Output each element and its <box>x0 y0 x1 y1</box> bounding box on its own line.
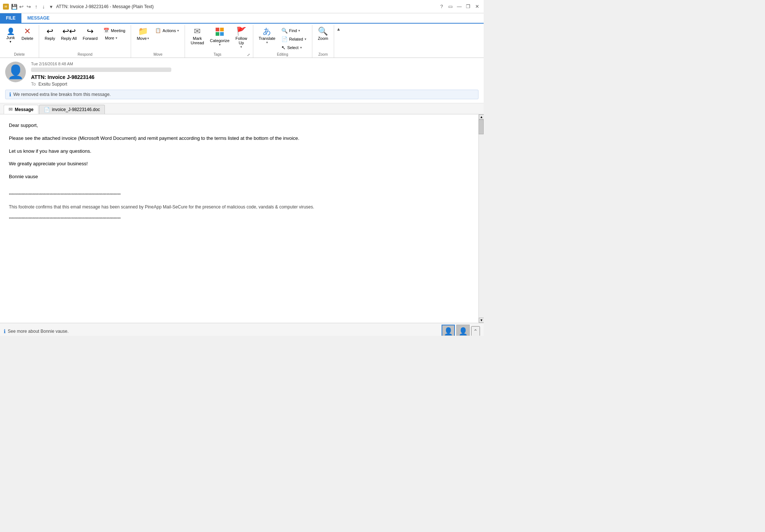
email-footnote: ****************************************… <box>9 192 467 222</box>
zoom-button[interactable]: 🔍 Zoom <box>315 26 331 42</box>
minimize-button[interactable]: — <box>456 3 463 10</box>
find-button[interactable]: 🔍 Find ▾ <box>279 27 309 35</box>
email-para2: Let us know if you have any questions. <box>9 148 467 155</box>
up-button[interactable]: ↑ <box>33 4 39 10</box>
reply-button[interactable]: ↩ Reply <box>42 26 58 42</box>
more-dropdown-icon: ▾ <box>116 36 117 40</box>
forward-icon: ↪ <box>87 27 93 35</box>
actions-dropdown-icon: ▾ <box>177 29 179 32</box>
delete-button[interactable]: ✕ Delete <box>19 26 36 42</box>
undo-button[interactable]: ↩ <box>18 4 24 10</box>
attachment-tab-label: invoice_J-98223146.doc <box>52 107 100 112</box>
footnote-line1: ****************************************… <box>9 192 467 198</box>
delete-icon: ✕ <box>24 27 31 35</box>
mark-unread-button[interactable]: ✉ MarkUnread <box>188 26 206 46</box>
bottom-bar-info: ℹ See more about Bonnie vause. <box>4 328 69 334</box>
help-button[interactable]: ? <box>438 3 445 10</box>
expand-button[interactable]: ⌃ <box>471 326 480 336</box>
categorize-label: Categorize <box>210 38 230 43</box>
related-button[interactable]: 📄 Related ▾ <box>279 35 309 43</box>
junk-dropdown-icon: ▾ <box>10 40 11 44</box>
actions-label: Actions <box>162 28 176 33</box>
close-button[interactable]: ✕ <box>473 3 481 10</box>
actions-button[interactable]: 📋 Actions ▾ <box>152 27 182 34</box>
info-message: We removed extra line breaks from this m… <box>13 92 111 97</box>
followup-button[interactable]: 🚩 FollowUp ▾ <box>233 26 250 50</box>
title-bar: ✉ 💾 ↩ ↪ ↑ ↓ ▾ ATTN: Invoice J-98223146 -… <box>0 0 484 13</box>
ribbon-group-respond: ↩ Reply ↩↩ Reply All ↪ Forward 📅 Meeting <box>39 25 131 58</box>
respond-small-buttons: 📅 Meeting More ▾ <box>101 26 128 41</box>
categorize-icon <box>215 27 224 38</box>
followup-dropdown-icon: ▾ <box>240 45 242 49</box>
tab-message[interactable]: MESSAGE <box>21 13 55 24</box>
meeting-icon: 📅 <box>103 28 109 33</box>
zoom-icon: 🔍 <box>318 27 328 35</box>
tab-message[interactable]: ✉ Message <box>4 105 38 114</box>
delete-group-label: Delete <box>14 52 25 58</box>
forward-label: Forward <box>83 36 97 41</box>
bottom-info-text: See more about Bonnie vause. <box>8 329 69 334</box>
select-icon: ↖ <box>281 45 286 51</box>
scrollbar[interactable]: ▲ ▼ <box>478 114 484 323</box>
email-date: Tue 2/16/2016 8:48 AM <box>31 62 478 66</box>
move-button[interactable]: 📁 Move ▾ <box>134 26 152 42</box>
email-body: Dear support, Please see the attached in… <box>0 114 478 323</box>
email-subject: ATTN: Invoice J-98223146 <box>31 74 478 80</box>
ribbon-groups: 👤 Junk ▾ ✕ Delete Delete ↩ Reply ↩↩ <box>0 25 484 58</box>
reply-all-label: Reply All <box>61 36 77 41</box>
email-tabs: ✉ Message 📄 invoice_J-98223146.doc <box>0 103 484 114</box>
meeting-label: Meeting <box>111 28 125 33</box>
find-label: Find <box>289 28 297 33</box>
respond-group-buttons: ↩ Reply ↩↩ Reply All ↪ Forward 📅 Meeting <box>42 26 128 52</box>
save-button[interactable]: 💾 <box>11 4 17 10</box>
tab-file[interactable]: FILE <box>0 13 21 23</box>
email-header-main: 👤 Tue 2/16/2016 8:48 AM ATTN: Invoice J-… <box>5 62 478 87</box>
reply-all-button[interactable]: ↩↩ Reply All <box>58 26 79 42</box>
forward-button[interactable]: ↪ Forward <box>80 26 100 42</box>
editing-group-buttons: あ Translate ▾ 🔍 Find ▾ 📄 Related ▾ <box>256 26 309 52</box>
move-group-label: Move <box>154 52 162 58</box>
email-para1: Please see the attached invoice (Microso… <box>9 135 467 142</box>
scrollbar-thumb[interactable] <box>478 120 484 134</box>
tab-attachment[interactable]: 📄 invoice_J-98223146.doc <box>39 105 105 114</box>
tags-group-label: Tags <box>188 52 247 58</box>
junk-label: Junk <box>6 35 15 40</box>
sender-avatar: 👤 <box>5 62 26 82</box>
more-button[interactable]: More ▾ <box>101 35 128 41</box>
message-tab-label: Message <box>15 107 34 112</box>
outlook-icon: ✉ <box>3 4 9 10</box>
people-button-inactive[interactable]: 👤 <box>456 325 470 336</box>
reply-all-icon: ↩↩ <box>62 27 76 35</box>
ribbon-group-editing: あ Translate ▾ 🔍 Find ▾ 📄 Related ▾ <box>253 25 312 58</box>
ribbon-collapse-button[interactable]: ▲ <box>334 25 343 33</box>
tags-launcher-button[interactable]: ⤢ <box>247 53 250 57</box>
ribbon-display-button[interactable]: ▭ <box>447 3 454 10</box>
select-button[interactable]: ↖ Select ▾ <box>279 44 309 52</box>
people-button-active[interactable]: 👤 <box>442 325 455 336</box>
customize-button[interactable]: ▾ <box>48 4 54 10</box>
redo-button[interactable]: ↪ <box>26 4 32 10</box>
ribbon-group-zoom: 🔍 Zoom Zoom <box>312 25 334 58</box>
move-small-buttons: 📋 Actions ▾ <box>152 26 182 34</box>
mark-unread-label: MarkUnread <box>191 36 204 45</box>
zoom-group-label: Zoom <box>318 52 328 58</box>
scroll-up-arrow[interactable]: ▲ <box>479 114 484 120</box>
info-bar: ℹ We removed extra line breaks from this… <box>5 90 478 99</box>
translate-label: Translate <box>259 36 275 41</box>
scrollbar-track[interactable] <box>479 120 484 318</box>
info-icon: ℹ <box>9 91 11 97</box>
translate-button[interactable]: あ Translate ▾ <box>256 26 278 46</box>
editing-group-label: Editing <box>277 52 288 58</box>
move-label: Move ▾ <box>137 36 149 41</box>
zoom-group-buttons: 🔍 Zoom <box>315 26 331 52</box>
person-icon-2: 👤 <box>459 327 468 336</box>
junk-button[interactable]: 👤 Junk ▾ <box>3 26 18 45</box>
meeting-button[interactable]: 📅 Meeting <box>101 27 128 34</box>
find-icon: 🔍 <box>281 28 288 34</box>
restore-button[interactable]: ❐ <box>464 3 472 10</box>
actions-icon: 📋 <box>155 28 161 33</box>
scroll-down-arrow[interactable]: ▼ <box>479 318 484 323</box>
respond-group-label: Respond <box>78 52 92 58</box>
down-button[interactable]: ↓ <box>41 4 47 10</box>
categorize-button[interactable]: Categorize ▾ <box>207 26 232 48</box>
